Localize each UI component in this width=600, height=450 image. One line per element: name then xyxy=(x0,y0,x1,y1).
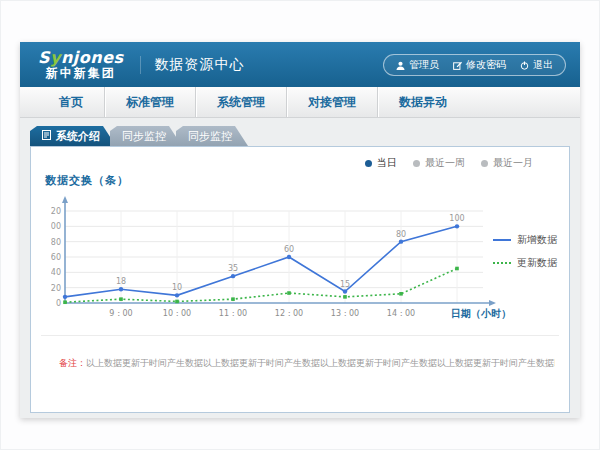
tab-system-intro[interactable]: 系统介绍 xyxy=(30,126,116,146)
svg-text:0: 0 xyxy=(56,299,61,308)
radio-dot xyxy=(481,160,488,167)
svg-text:10：00: 10：00 xyxy=(163,309,191,318)
svg-text:15: 15 xyxy=(340,280,350,289)
user-label: 管理员 xyxy=(409,58,439,72)
svg-text:12：00: 12：00 xyxy=(275,309,303,318)
page-title: 数据资源中心 xyxy=(140,56,245,74)
footnote-text: 以上数据更新于时间产生数据以上数据更新于时间产生数据以上数据更新于时间产生数据以… xyxy=(86,358,555,368)
logo-subtext: 新中新集团 xyxy=(38,67,124,80)
nav-item-system-mgmt[interactable]: 系统管理 xyxy=(195,87,286,117)
nav-item-data-change[interactable]: 数据异动 xyxy=(377,87,468,117)
svg-text:40: 40 xyxy=(51,268,61,277)
svg-text:18: 18 xyxy=(116,277,126,286)
svg-text:80: 80 xyxy=(51,238,61,247)
svg-text:100: 100 xyxy=(449,214,464,223)
tab-bar: 系统介绍 同步监控 同步监控 xyxy=(30,126,580,146)
tab-label: 同步监控 xyxy=(122,129,166,144)
svg-text:11：00: 11：00 xyxy=(219,309,247,318)
logout-label: 退出 xyxy=(533,58,553,72)
footnote-prefix: 备注： xyxy=(59,358,86,368)
radio-last-week[interactable]: 最近一周 xyxy=(413,156,465,170)
edit-icon xyxy=(453,61,462,70)
chart-panel: 当日 最近一周 最近一月 数据交换（条） 0204060801001209：00… xyxy=(30,146,570,413)
main-nav: 首页 标准管理 系统管理 对接管理 数据异动 xyxy=(20,87,580,118)
svg-text:13：00: 13：00 xyxy=(331,309,359,318)
nav-item-home[interactable]: 首页 xyxy=(38,87,104,117)
svg-text:100: 100 xyxy=(51,222,61,231)
user-toolbar: 管理员 修改密码 退出 xyxy=(383,54,566,76)
tab-label: 系统介绍 xyxy=(56,129,100,144)
svg-text:14：00: 14：00 xyxy=(387,309,415,318)
svg-text:80: 80 xyxy=(396,230,406,239)
footnote: 备注：以上数据更新于时间产生数据以上数据更新于时间产生数据以上数据更新于时间产生… xyxy=(59,357,555,370)
svg-text:60: 60 xyxy=(51,253,61,262)
panel-divider xyxy=(41,335,559,336)
time-range-filter: 当日 最近一周 最近一月 xyxy=(365,156,533,170)
svg-text:60: 60 xyxy=(284,245,294,254)
tab-label: 同步监控 xyxy=(188,129,232,144)
radio-dot xyxy=(365,160,372,167)
radio-label: 最近一月 xyxy=(493,156,533,170)
legend-label: 新增数据 xyxy=(517,233,557,247)
nav-item-standard-mgmt[interactable]: 标准管理 xyxy=(104,87,195,117)
y-axis-title: 数据交换（条） xyxy=(45,173,129,188)
tab-sync-monitor-1[interactable]: 同步监控 xyxy=(110,126,182,146)
line-chart: 0204060801001209：0010：0011：0012：0013：001… xyxy=(51,193,511,325)
logo-text: Synjones xyxy=(38,50,124,67)
current-user[interactable]: 管理员 xyxy=(396,58,439,72)
power-icon xyxy=(520,61,529,70)
svg-text:120: 120 xyxy=(51,207,61,216)
user-icon xyxy=(396,61,405,70)
logout-button[interactable]: 退出 xyxy=(520,58,553,72)
legend-label: 更新数据 xyxy=(517,256,557,270)
svg-text:9：00: 9：00 xyxy=(109,309,132,318)
solid-line-swatch xyxy=(493,239,511,241)
radio-label: 当日 xyxy=(377,156,397,170)
radio-dot xyxy=(413,160,420,167)
svg-text:日期（小时）: 日期（小时） xyxy=(451,308,511,319)
app-window: Synjones 新中新集团 数据资源中心 管理员 修改密码 退出 xyxy=(20,42,580,418)
tab-sync-monitor-2[interactable]: 同步监控 xyxy=(176,126,248,146)
legend-item-updated-data[interactable]: 更新数据 xyxy=(493,256,557,270)
radio-last-month[interactable]: 最近一月 xyxy=(481,156,533,170)
svg-text:10: 10 xyxy=(172,283,182,292)
change-password-label: 修改密码 xyxy=(466,58,506,72)
content-area: 系统介绍 同步监控 同步监控 当日 最近一周 xyxy=(20,126,580,427)
svg-text:20: 20 xyxy=(51,284,61,293)
document-icon xyxy=(42,130,51,143)
radio-today[interactable]: 当日 xyxy=(365,156,397,170)
dotted-line-swatch xyxy=(493,262,511,264)
app-header: Synjones 新中新集团 数据资源中心 管理员 修改密码 退出 xyxy=(20,42,580,87)
nav-item-interface-mgmt[interactable]: 对接管理 xyxy=(286,87,377,117)
svg-text:35: 35 xyxy=(228,264,238,273)
radio-label: 最近一周 xyxy=(425,156,465,170)
chart-legend: 新增数据 更新数据 xyxy=(493,233,557,270)
company-logo: Synjones 新中新集团 xyxy=(38,50,124,79)
change-password-button[interactable]: 修改密码 xyxy=(453,58,506,72)
legend-item-new-data[interactable]: 新增数据 xyxy=(493,233,557,247)
